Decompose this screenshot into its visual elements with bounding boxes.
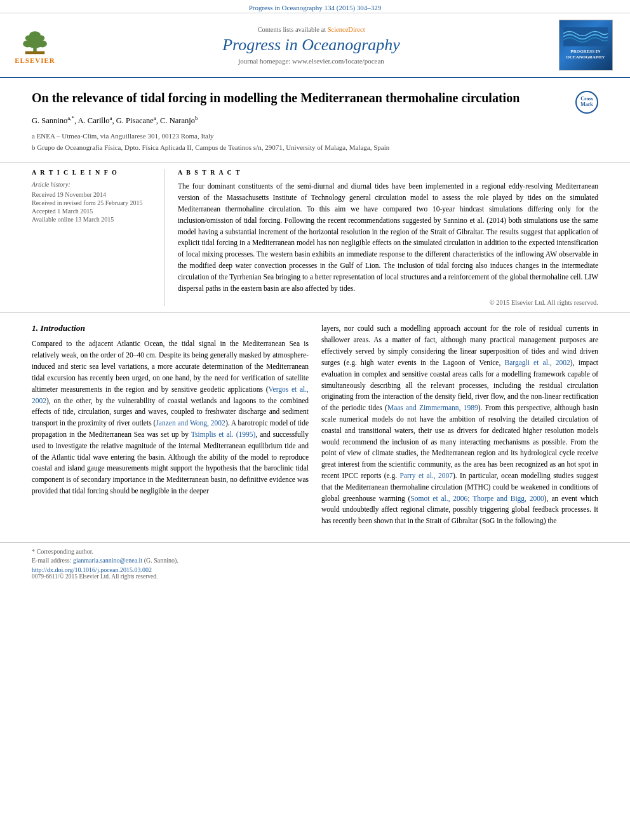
abstract-column: A B S T R A C T The four dominant consti… [178, 169, 598, 306]
page: Progress in Oceanography 134 (2015) 304–… [0, 0, 630, 840]
intro-heading: 1. Introduction [32, 323, 309, 333]
svg-point-6 [29, 31, 41, 39]
somot-ref[interactable]: Somot et al., 2006; Thorpe and Bigg, 200… [410, 495, 544, 502]
header-center: Contents lists available at ScienceDirec… [69, 20, 554, 70]
elsevier-logo-area: ELSEVIER [13, 20, 57, 70]
journal-title-header: Progress in Oceanography [222, 36, 400, 55]
abstract-label: A B S T R A C T [178, 169, 598, 176]
article-title: On the relevance of tidal forcing in mod… [32, 90, 569, 106]
elsevier-logo: ELSEVIER [13, 27, 57, 64]
info-abstract-section: A R T I C L E I N F O Article history: R… [0, 162, 630, 313]
crossmark-badge[interactable]: CrossMark [575, 91, 598, 114]
journal-header: ELSEVIER Contents lists available at Sci… [0, 13, 630, 78]
journal-citation-text: Progress in Oceanography 134 (2015) 304–… [249, 4, 382, 11]
journal-citation-bar: Progress in Oceanography 134 (2015) 304–… [0, 0, 630, 13]
elsevier-tree-icon [13, 27, 57, 55]
body-content: 1. Introduction Compared to the adjacent… [0, 313, 630, 542]
author-naranjo: C. Naranjo [160, 116, 195, 125]
right-paragraph: layers, nor could such a modelling appro… [321, 323, 598, 527]
corresponding-author-note: * Corresponding author. [32, 548, 598, 555]
parry-ref[interactable]: Parry et al., 2007 [400, 472, 453, 479]
cover-waves-icon [563, 27, 608, 46]
contents-text: Contents lists available at [257, 26, 326, 33]
body-left-column: 1. Introduction Compared to the adjacent… [32, 323, 309, 532]
email-label: E-mail address: [32, 557, 71, 564]
elsevier-wordmark: ELSEVIER [15, 57, 55, 64]
received-date: Received 19 November 2014 [32, 191, 154, 198]
copyright-line: © 2015 Elsevier Ltd. All rights reserved… [178, 299, 598, 306]
abstract-text: The four dominant constituents of the se… [178, 181, 598, 294]
doi-line: http://dx.doi.org/10.1016/j.pocean.2015.… [32, 566, 598, 573]
email-link[interactable]: gianmaria.sannino@enea.it [73, 557, 142, 564]
bargagli-ref[interactable]: Bargagli et al., 2002 [505, 359, 570, 366]
affiliation-a: a ENEA – Utmea-Clim, via Anguillarese 30… [32, 131, 598, 142]
svg-point-2 [23, 40, 32, 47]
intro-paragraph: Compared to the adjacent Atlantic Ocean,… [32, 338, 309, 497]
journal-homepage-line: journal homepage: www.elsevier.com/locat… [238, 57, 384, 65]
accepted-date: Accepted 1 March 2015 [32, 208, 154, 215]
janzen-ref[interactable]: Janzen and Wong, 2002 [156, 419, 225, 427]
article-info-column: A R T I C L E I N F O Article history: R… [32, 169, 165, 306]
email-note: E-mail address: gianmaria.sannino@enea.i… [32, 557, 598, 564]
sciencedirect-line: Contents lists available at ScienceDirec… [257, 26, 365, 33]
vergos-ref[interactable]: Vergos et al., 2002 [32, 385, 309, 404]
available-online-date: Available online 13 March 2015 [32, 216, 154, 223]
article-info-label: A R T I C L E I N F O [32, 169, 154, 176]
affiliation-b: b Grupo de Oceanografía Física, Dpto. Fí… [32, 142, 598, 154]
journal-cover-image: PROGRESS IN OCEANOGRAPHY [559, 20, 613, 70]
crossmark-icon: CrossMark [575, 91, 598, 114]
article-title-section: On the relevance of tidal forcing in mod… [0, 78, 630, 153]
authors-line: G. Sanninoa,*, A. Carilloa, G. Pisacanea… [32, 115, 598, 126]
author-pisacane: G. Pisacane [116, 116, 154, 125]
footer-section: * Corresponding author. E-mail address: … [0, 542, 630, 580]
email-name: (G. Sannino). [144, 557, 178, 564]
author-carillo: A. Carillo [78, 116, 110, 125]
sciencedirect-link[interactable]: ScienceDirect [328, 26, 365, 33]
doi-link[interactable]: http://dx.doi.org/10.1016/j.pocean.2015.… [32, 566, 152, 573]
article-history-label: Article history: [32, 181, 154, 188]
homepage-label: journal homepage: www.elsevier.com/locat… [238, 57, 384, 65]
tsimplis-ref[interactable]: Tsimplis et al. (1995) [191, 430, 256, 438]
received-revised-date: Received in revised form 25 February 201… [32, 199, 154, 206]
cover-text: PROGRESS IN OCEANOGRAPHY [560, 46, 612, 63]
maas-ref[interactable]: Maas and Zimmermann, 1989 [387, 404, 478, 411]
issn-line: 0079-6611/© 2015 Elsevier Ltd. All right… [32, 573, 598, 580]
author-sannino: G. Sannino [32, 116, 67, 125]
svg-point-3 [38, 40, 47, 47]
body-right-column: layers, nor could such a modelling appro… [321, 323, 598, 532]
corresponding-label: * Corresponding author. [32, 548, 93, 555]
journal-cover-area: PROGRESS IN OCEANOGRAPHY [554, 20, 617, 70]
affiliations: a ENEA – Utmea-Clim, via Anguillarese 30… [32, 131, 598, 153]
svg-rect-7 [25, 51, 45, 54]
